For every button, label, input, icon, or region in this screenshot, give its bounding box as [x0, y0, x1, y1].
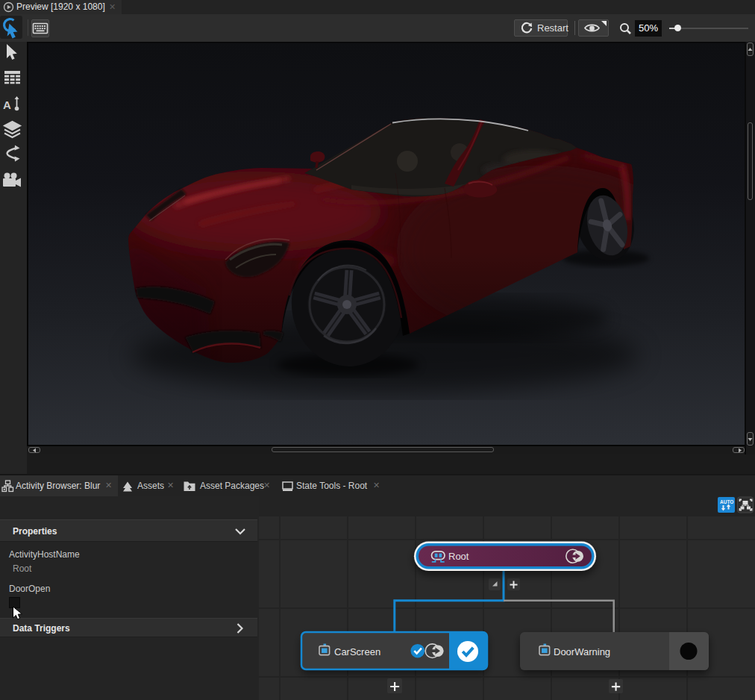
svg-text:CarScreen: CarScreen	[334, 646, 380, 657]
svg-text:DoorWarning: DoorWarning	[554, 646, 610, 657]
svg-text:Root: Root	[448, 551, 469, 562]
svg-text:AUTO: AUTO	[720, 499, 733, 504]
svg-text:A: A	[3, 99, 11, 111]
